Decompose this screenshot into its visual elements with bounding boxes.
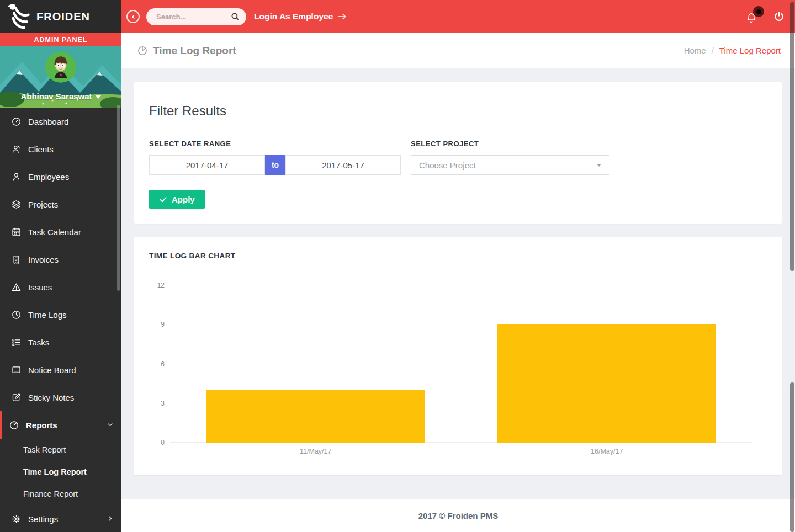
sidebar-item-issues[interactable]: Issues <box>0 273 121 301</box>
sidebar-item-label: Projects <box>28 200 58 209</box>
date-range-label: SELECT DATE RANGE <box>149 140 401 148</box>
chevron-right-icon <box>107 514 114 524</box>
breadcrumb-current: Time Log Report <box>719 46 781 55</box>
apply-button-label: Apply <box>172 195 195 204</box>
sidebar-menu: DashboardClientsEmployeesProjectsTask Ca… <box>0 108 121 532</box>
arrow-right-icon <box>337 13 347 20</box>
dashboard-icon <box>11 116 22 127</box>
sidebar-item-time-logs[interactable]: Time Logs <box>0 301 121 328</box>
brand-logo-row[interactable]: FROIDEN <box>0 0 121 33</box>
date-range-to-separator: to <box>265 155 285 175</box>
pie-chart-icon <box>137 45 148 56</box>
profile-section: Abhinav Saraswat <box>0 46 121 108</box>
date-to-input[interactable] <box>285 155 401 175</box>
chart-card: TIME LOG BAR CHART 036912 11/May/1716/Ma… <box>134 237 782 475</box>
bar-11/May/17[interactable] <box>206 390 425 443</box>
notifications-button[interactable] <box>745 9 760 24</box>
calendar-icon <box>11 227 22 237</box>
chevron-down-icon <box>107 421 114 430</box>
sidebar-item-label: Reports <box>26 421 57 430</box>
sidebar-item-label: Employees <box>28 172 69 182</box>
caret-down-icon <box>96 95 101 99</box>
sidebar-item-sticky-notes[interactable]: Sticky Notes <box>0 384 121 411</box>
topbar: Login As Employee <box>121 0 795 33</box>
x-tick-label: 16/May/17 <box>462 448 753 455</box>
sidebar-item-label: Invoices <box>28 255 59 264</box>
y-tick-label: 12 <box>157 281 165 289</box>
login-as-label: Login As Employee <box>254 12 333 22</box>
sidebar-item-reports[interactable]: Reports <box>0 411 121 439</box>
gear-icon <box>11 514 22 524</box>
warning-icon <box>11 282 22 292</box>
sidebar-item-clients[interactable]: Clients <box>0 135 121 163</box>
sidebar-item-label: Time Logs <box>28 310 66 320</box>
user-name-dropdown[interactable]: Abhinav Saraswat <box>0 92 121 101</box>
bar-slot <box>462 285 753 443</box>
sidebar-collapse-button[interactable] <box>126 10 140 23</box>
breadcrumb: Home / Time Log Report <box>684 46 781 55</box>
froiden-bird-logo-icon <box>6 3 31 30</box>
power-icon <box>773 10 785 23</box>
login-as-employee-link[interactable]: Login As Employee <box>254 12 347 22</box>
sidebar-item-invoices[interactable]: Invoices <box>0 246 121 273</box>
brand-name: FROIDEN <box>36 10 90 23</box>
project-select[interactable]: Choose Project <box>411 155 610 175</box>
sidebar-item-dashboard[interactable]: Dashboard <box>0 108 121 135</box>
time-log-bar-chart: 036912 <box>149 285 767 443</box>
apply-button[interactable]: Apply <box>149 190 205 209</box>
sidebar-item-label: Dashboard <box>28 117 68 126</box>
sidebar-item-tasks[interactable]: Tasks <box>0 328 121 356</box>
sidebar-item-label: Settings <box>28 514 58 524</box>
sidebar-item-label: Tasks <box>28 338 49 347</box>
sidebar-subitem-finance-report[interactable]: Finance Report <box>0 483 121 505</box>
sidebar-subitem-time-log-report[interactable]: Time Log Report <box>0 461 121 483</box>
chevron-down-icon <box>597 164 601 167</box>
employees-icon <box>11 172 22 182</box>
sidebar-item-task-calendar[interactable]: Task Calendar <box>0 218 121 246</box>
sidebar-item-notice-board[interactable]: Notice Board <box>0 356 121 384</box>
bar-slot <box>170 285 462 443</box>
page-scrollbar-thumb[interactable] <box>790 2 794 271</box>
clock-icon <box>11 310 22 320</box>
clients-icon <box>11 144 22 155</box>
note-icon <box>11 392 22 403</box>
chart-plot <box>170 285 752 443</box>
avatar[interactable] <box>45 52 76 83</box>
sidebar-item-settings[interactable]: Settings <box>0 505 121 532</box>
project-label: SELECT PROJECT <box>411 140 479 148</box>
y-tick-label: 0 <box>161 439 165 446</box>
sidebar-scrollbar-thumb[interactable] <box>117 105 120 291</box>
page-header: Time Log Report Home / Time Log Report <box>121 33 795 68</box>
breadcrumb-home-link[interactable]: Home <box>684 46 706 55</box>
page-title: Time Log Report <box>137 45 236 57</box>
page-scrollbar-thumb[interactable] <box>790 382 794 532</box>
chart-x-axis: 11/May/1716/May/17 <box>170 448 752 455</box>
x-tick-label: 11/May/17 <box>170 448 462 455</box>
logout-power-button[interactable] <box>773 10 785 23</box>
date-from-input[interactable] <box>149 155 265 175</box>
sidebar-item-projects[interactable]: Projects <box>0 190 121 218</box>
sidebar-item-label: Clients <box>28 145 54 154</box>
invoice-icon <box>11 254 22 265</box>
project-select-value: Choose Project <box>419 161 476 170</box>
sidebar-item-label: Issues <box>28 283 52 292</box>
sidebar-item-label: Notice Board <box>28 365 76 375</box>
footer: 2017 © Froiden PMS <box>121 499 795 532</box>
y-tick-label: 9 <box>161 321 165 328</box>
footer-text: 2017 © Froiden PMS <box>418 511 498 520</box>
chart-y-axis: 036912 <box>149 285 170 443</box>
sidebar-subitem-task-report[interactable]: Task Report <box>0 439 121 461</box>
page-title-text: Time Log Report <box>153 45 236 57</box>
pie-icon <box>9 420 19 430</box>
main-content: Filter Results SELECT DATE RANGE SELECT … <box>121 68 795 475</box>
filter-card: Filter Results SELECT DATE RANGE SELECT … <box>134 82 782 224</box>
tasks-icon <box>11 337 22 348</box>
y-tick-label: 3 <box>161 400 165 407</box>
projects-icon <box>11 199 22 210</box>
arrow-left-icon <box>130 13 137 20</box>
search-icon[interactable] <box>230 12 240 22</box>
sidebar-item-employees[interactable]: Employees <box>0 163 121 190</box>
bars-layer <box>170 285 752 443</box>
bar-16/May/17[interactable] <box>497 324 716 443</box>
chart-title: TIME LOG BAR CHART <box>149 252 767 260</box>
